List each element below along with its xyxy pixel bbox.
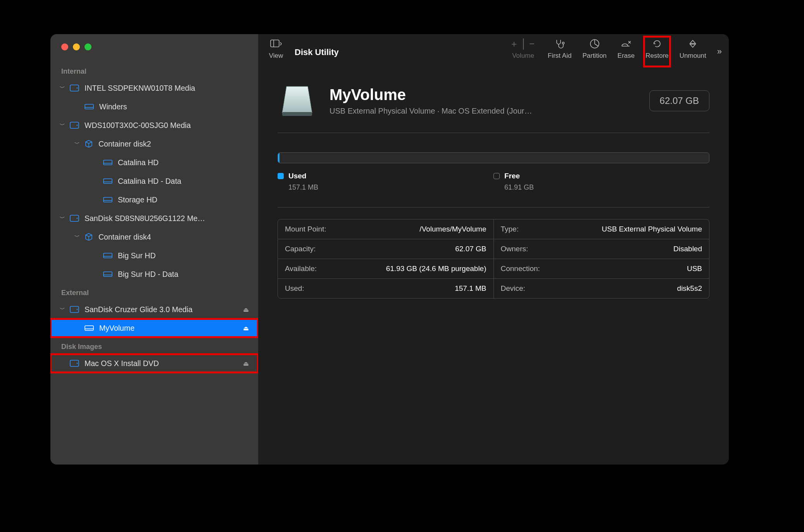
- sidebar-item-label: Mac OS X Install DVD: [85, 359, 243, 368]
- sidebar-layout-icon: [270, 38, 282, 50]
- free-label: Free: [504, 172, 520, 180]
- main-content: View Disk Utility ＋│− Volume First Aid: [258, 34, 729, 465]
- volume-icon: [85, 325, 94, 332]
- toolbar-partition-button[interactable]: Partition: [582, 38, 606, 65]
- toolbar-label: First Aid: [548, 52, 571, 60]
- volume-icon: [103, 271, 112, 278]
- svg-rect-17: [271, 40, 279, 47]
- info-row: Owners:Disabled: [494, 239, 709, 259]
- toolbar-unmount-button[interactable]: Unmount: [680, 38, 706, 65]
- sidebar-item-internal-8[interactable]: ﹀ Container disk4: [50, 228, 258, 246]
- info-row: Used:157.1 MB: [278, 279, 493, 298]
- volume-size-badge: 62.07 GB: [649, 90, 709, 111]
- volume-icon: [103, 159, 112, 166]
- window-minimize-button[interactable]: [73, 43, 80, 50]
- toolbar-label: Partition: [582, 52, 606, 60]
- disk-utility-window: Internal ﹀ INTEL SSDPEKNW010T8 Media Win…: [50, 34, 729, 465]
- sidebar-item-label: Container disk4: [98, 233, 258, 242]
- sidebar-item-label: INTEL SSDPEKNW010T8 Media: [85, 84, 258, 93]
- disk-icon: [70, 306, 79, 313]
- disk-icon: [70, 85, 79, 92]
- volume-icon: [85, 103, 94, 110]
- info-row: Mount Point:/Volumes/MyVolume: [278, 219, 493, 239]
- chevron-down-icon[interactable]: ﹀: [59, 85, 66, 92]
- container-icon: [85, 140, 93, 148]
- sidebar-item-myvolume[interactable]: MyVolume ⏏: [50, 319, 258, 337]
- sidebar-item-internal-0[interactable]: ﹀ INTEL SSDPEKNW010T8 Media: [50, 79, 258, 97]
- sidebar-item-external-0[interactable]: ﹀ SanDisk Cruzer Glide 3.0 Media ⏏: [50, 300, 258, 319]
- chevron-down-icon[interactable]: ﹀: [74, 233, 81, 240]
- sidebar-item-internal-5[interactable]: Catalina HD - Data: [50, 172, 258, 190]
- window-controls: [50, 43, 258, 50]
- info-row: Available:61.93 GB (24.6 MB purgeable): [278, 259, 493, 279]
- volume-icon: [103, 196, 112, 203]
- external-drive-icon: [278, 81, 316, 120]
- sidebar-item-label: Catalina HD: [118, 158, 258, 167]
- chevron-down-icon[interactable]: ﹀: [59, 122, 66, 129]
- disk-icon: [70, 215, 79, 222]
- toolbar-label: Erase: [618, 52, 635, 60]
- volume-titles: MyVolume USB External Physical Volume · …: [330, 86, 636, 116]
- sidebar-item-label: Big Sur HD: [118, 251, 258, 260]
- chevron-down-icon[interactable]: ﹀: [74, 140, 81, 147]
- toolbar-label: View: [269, 52, 283, 60]
- sidebar-item-internal-1[interactable]: Winders: [50, 97, 258, 116]
- sidebar-item-internal-2[interactable]: ﹀ WDS100T3X0C-00SJG0 Media: [50, 116, 258, 135]
- svg-point-9: [77, 218, 78, 219]
- sidebar-item-internal-9[interactable]: Big Sur HD: [50, 246, 258, 265]
- sidebar-item-label: SanDisk Cruzer Glide 3.0 Media: [85, 305, 243, 314]
- toolbar-overflow-button[interactable]: »: [717, 38, 722, 65]
- sidebar-item-label: Container disk2: [98, 140, 258, 149]
- sidebar-item-internal-4[interactable]: Catalina HD: [50, 153, 258, 172]
- sidebar-item-internal-6[interactable]: Storage HD: [50, 190, 258, 209]
- toolbar-view-button[interactable]: View: [265, 38, 287, 65]
- sidebar-item-install-dvd[interactable]: Mac OS X Install DVD ⏏: [50, 354, 258, 373]
- eject-icon[interactable]: ⏏: [243, 325, 249, 332]
- plus-minus-icon: ＋│−: [509, 38, 537, 50]
- window-zoom-button[interactable]: [85, 43, 91, 50]
- eject-icon[interactable]: ⏏: [243, 360, 249, 367]
- free-value: 61.91 GB: [493, 183, 709, 192]
- svg-point-4: [77, 125, 78, 126]
- sidebar-item-label: WDS100T3X0C-00SJG0 Media: [85, 121, 258, 130]
- info-table-left: Mount Point:/Volumes/MyVolume Capacity:6…: [278, 219, 494, 298]
- toolbar-first-aid-button[interactable]: First Aid: [548, 38, 571, 65]
- chevron-down-icon[interactable]: ﹀: [59, 215, 66, 222]
- chevron-down-icon[interactable]: ﹀: [59, 306, 66, 313]
- sidebar-item-label: Winders: [99, 102, 258, 111]
- used-value: 157.1 MB: [278, 183, 493, 192]
- window-close-button[interactable]: [61, 43, 68, 50]
- volume-subtitle: USB External Physical Volume · Mac OS Ex…: [330, 107, 578, 116]
- usage-legend: Used 157.1 MB Free 61.91 GB: [278, 172, 709, 192]
- info-row: Device:disk5s2: [494, 279, 709, 298]
- toolbar-label: Unmount: [680, 52, 706, 60]
- toolbar-actions: ＋│− Volume First Aid Partition: [509, 38, 722, 65]
- app-title: Disk Utility: [295, 47, 339, 57]
- info-row: Connection:USB: [494, 259, 709, 279]
- svg-point-16: [77, 363, 78, 364]
- disk-icon: [70, 360, 79, 367]
- toolbar-label: Volume: [512, 52, 534, 60]
- erase-icon: [620, 38, 632, 50]
- used-swatch: [278, 173, 284, 179]
- sidebar-item-label: Storage HD: [118, 195, 258, 204]
- used-label: Used: [288, 172, 306, 180]
- svg-point-13: [77, 309, 78, 310]
- svg-point-19: [562, 42, 564, 44]
- eject-icon[interactable]: ⏏: [243, 306, 249, 313]
- info-table: Mount Point:/Volumes/MyVolume Capacity:6…: [278, 219, 709, 299]
- divider: [278, 133, 709, 133]
- volume-icon: [103, 178, 112, 185]
- svg-rect-23: [282, 112, 312, 116]
- toolbar-restore-button[interactable]: Restore: [645, 38, 669, 65]
- volume-icon: [103, 252, 112, 259]
- info-table-right: Type:USB External Physical Volume Owners…: [494, 219, 709, 298]
- sidebar-item-internal-10[interactable]: Big Sur HD - Data: [50, 265, 258, 283]
- toolbar-volume-button: ＋│− Volume: [509, 38, 537, 65]
- container-icon: [85, 233, 93, 241]
- sidebar-item-internal-3[interactable]: ﹀ Container disk2: [50, 135, 258, 153]
- toolbar-erase-button[interactable]: Erase: [618, 38, 635, 65]
- sidebar-item-internal-7[interactable]: ﹀ SanDisk SD8SN8U256G1122 Me…: [50, 209, 258, 228]
- sidebar-item-label: MyVolume: [99, 324, 243, 333]
- toolbar-label: Restore: [645, 52, 669, 60]
